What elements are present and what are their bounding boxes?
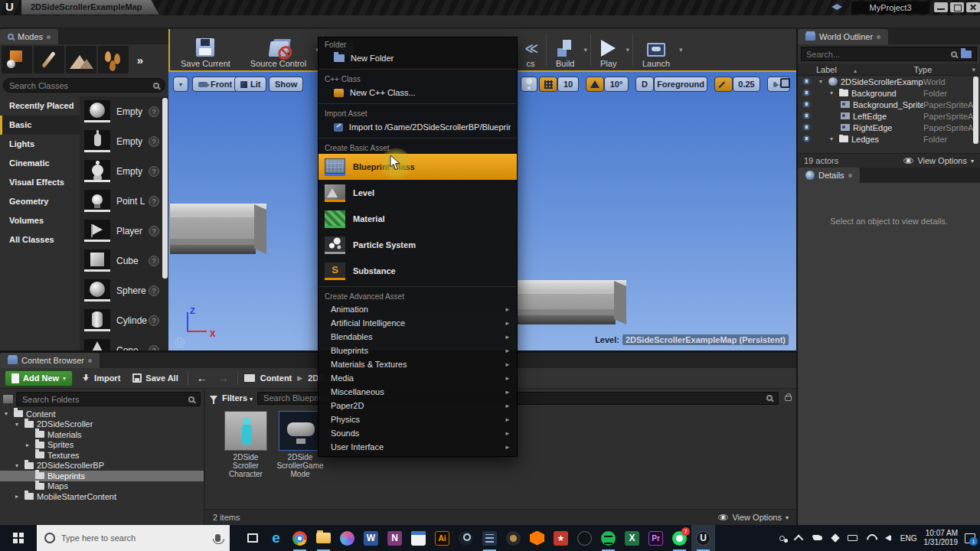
advanced-asset-item[interactable]: Miscellaneous ▸ bbox=[318, 385, 517, 399]
placeable-item[interactable]: Point L bbox=[80, 186, 168, 216]
taskbar-app-icon[interactable] bbox=[478, 525, 501, 551]
advanced-asset-item[interactable]: Materials & Textures ▸ bbox=[318, 357, 517, 371]
cb-view-options[interactable]: View Options ▾ bbox=[718, 513, 789, 522]
outliner-row[interactable]: ▾ Ledges Folder bbox=[798, 133, 980, 145]
view-mode-button[interactable]: Front bbox=[192, 77, 238, 92]
mode-category[interactable]: Visual Effects bbox=[0, 173, 80, 192]
taskbar-app-icon[interactable] bbox=[454, 525, 478, 551]
layer-snap-value[interactable]: Foreground bbox=[654, 77, 707, 92]
outliner-search-input[interactable] bbox=[806, 50, 947, 59]
ledge-platform-right[interactable] bbox=[518, 280, 626, 324]
taskbar-app-icon[interactable] bbox=[407, 525, 430, 551]
wifi-icon[interactable] bbox=[865, 533, 876, 543]
search-folders-input[interactable] bbox=[22, 395, 185, 404]
outliner-view-options[interactable]: View Options ▾ bbox=[903, 156, 974, 165]
cinematics-button[interactable]: ≪ cs bbox=[517, 29, 544, 70]
visibility-eye-icon[interactable] bbox=[802, 78, 812, 85]
search-classes-input[interactable] bbox=[9, 81, 149, 90]
visibility-eye-icon[interactable] bbox=[802, 135, 812, 142]
foliage-mode-button[interactable] bbox=[98, 46, 129, 73]
advanced-asset-item[interactable]: Physics ▸ bbox=[318, 412, 517, 426]
minimize-button[interactable] bbox=[934, 2, 948, 12]
taskbar-app-icon[interactable] bbox=[288, 525, 312, 551]
taskbar-app-icon[interactable] bbox=[240, 525, 264, 551]
ledge-platform-left[interactable] bbox=[170, 204, 266, 254]
modes-scrollbar[interactable] bbox=[162, 98, 168, 279]
folder-tree-row[interactable]: Maps bbox=[0, 481, 204, 492]
taskbar-app-icon[interactable]: Pr bbox=[644, 525, 668, 551]
outliner-row[interactable]: ▾ Background Folder bbox=[798, 87, 980, 99]
advanced-asset-item[interactable]: Paper2D ▸ bbox=[318, 399, 517, 412]
basic-asset-item[interactable]: Level bbox=[318, 180, 517, 206]
folder-tree-row[interactable]: ▸ MobileStarterContent bbox=[0, 491, 204, 502]
level-tab[interactable]: 2DSideScrollerExampleMap bbox=[21, 0, 159, 15]
advanced-asset-item[interactable]: Blueprints ▸ bbox=[318, 344, 517, 357]
visibility-eye-icon[interactable] bbox=[802, 124, 812, 131]
visibility-eye-icon[interactable] bbox=[802, 112, 812, 119]
expander-icon[interactable]: ▾ bbox=[830, 135, 836, 142]
onedrive-icon[interactable] bbox=[812, 533, 823, 543]
expander-icon[interactable]: ▾ bbox=[819, 78, 825, 85]
paint-mode-button[interactable] bbox=[34, 46, 64, 73]
folder-tree-row[interactable]: ▸ Sprites bbox=[0, 440, 204, 451]
tab-world-outliner[interactable]: World Outliner bbox=[798, 29, 888, 44]
folder-tree-row[interactable]: Blueprints bbox=[0, 471, 204, 481]
taskbar-app-icon[interactable]: ★ bbox=[549, 525, 573, 551]
show-flags-button[interactable]: Show bbox=[269, 77, 303, 92]
scale-snap-toggle[interactable] bbox=[714, 77, 733, 92]
mode-category[interactable]: Recently Placed bbox=[0, 96, 80, 116]
expander-icon[interactable]: ▾ bbox=[15, 421, 21, 428]
placeable-item[interactable]: Cylinde bbox=[80, 305, 168, 335]
maximize-button[interactable] bbox=[950, 2, 964, 12]
maximize-viewport-icon[interactable] bbox=[780, 78, 790, 88]
start-button[interactable] bbox=[0, 525, 37, 551]
viewport-options-button[interactable]: ▾ bbox=[173, 77, 188, 92]
visibility-eye-icon[interactable] bbox=[802, 90, 812, 96]
folder-tree-row[interactable]: ▾ Content bbox=[0, 409, 204, 419]
new-cpp-class-item[interactable]: New C++ Class... bbox=[318, 85, 517, 101]
taskbar-app-icon[interactable] bbox=[335, 525, 359, 551]
advanced-asset-item[interactable]: User Interface ▸ bbox=[318, 440, 517, 454]
add-new-button[interactable]: Add New ▾ bbox=[5, 370, 73, 386]
volume-icon[interactable] bbox=[883, 533, 893, 543]
expander-icon[interactable]: ▸ bbox=[26, 442, 32, 448]
taskbar-app-icon[interactable]: U bbox=[691, 525, 715, 551]
notification-center-icon[interactable]: 1 bbox=[965, 533, 975, 543]
column-type[interactable]: Type bbox=[913, 65, 972, 74]
basic-asset-item[interactable]: Material bbox=[318, 206, 517, 232]
grid-snap-toggle[interactable] bbox=[539, 77, 557, 92]
import-asset-item[interactable]: Import to /Game/2DSideScrollerBP/Bluepri… bbox=[318, 119, 517, 135]
placeable-item[interactable]: Empty bbox=[80, 126, 168, 156]
mode-category[interactable]: Basic bbox=[0, 116, 80, 135]
microphone-icon[interactable] bbox=[215, 534, 220, 542]
filters-button[interactable]: Filters ▾ bbox=[222, 393, 253, 403]
dropbox-icon[interactable] bbox=[830, 533, 841, 543]
battery-icon[interactable] bbox=[848, 533, 858, 543]
place-mode-button[interactable] bbox=[2, 46, 32, 73]
create-folder-icon[interactable] bbox=[961, 51, 972, 58]
expander-icon[interactable]: ▾ bbox=[830, 90, 836, 96]
folder-tree-row[interactable]: ▾ 2DSideScrollerBP bbox=[0, 461, 204, 471]
taskbar-app-icon[interactable]: N bbox=[383, 525, 407, 551]
placeable-item[interactable]: Empty bbox=[80, 156, 168, 186]
outliner-row[interactable]: RightEdge PaperSpriteA bbox=[798, 122, 980, 133]
save-all-button[interactable]: Save All bbox=[129, 373, 181, 383]
taskbar-app-icon[interactable] bbox=[312, 525, 335, 551]
expander-icon[interactable]: ▾ bbox=[5, 410, 11, 417]
placeable-item[interactable]: Cube bbox=[80, 246, 168, 276]
new-folder-item[interactable]: New Folder bbox=[318, 51, 517, 67]
taskbar-search-input[interactable] bbox=[61, 533, 209, 543]
launch-caret[interactable]: ▾ bbox=[678, 46, 684, 54]
save-current-button[interactable]: Save Current bbox=[173, 29, 238, 70]
basic-asset-item[interactable]: Blueprint Class bbox=[318, 154, 517, 180]
close-button[interactable] bbox=[966, 2, 980, 12]
expander-icon[interactable]: ▸ bbox=[15, 493, 21, 500]
back-button[interactable]: ← bbox=[194, 372, 210, 384]
mode-category[interactable]: Volumes bbox=[0, 211, 80, 230]
taskbar-app-icon[interactable]: Ai bbox=[430, 525, 454, 551]
advanced-asset-item[interactable]: Animation ▸ bbox=[318, 302, 517, 316]
outliner-row[interactable]: Background_Sprite PaperSpriteA bbox=[798, 99, 980, 110]
mode-category[interactable]: Lights bbox=[0, 135, 80, 154]
taskbar-app-icon[interactable]: 7 bbox=[668, 525, 691, 551]
folder-tree-row[interactable]: Textures bbox=[0, 450, 204, 461]
